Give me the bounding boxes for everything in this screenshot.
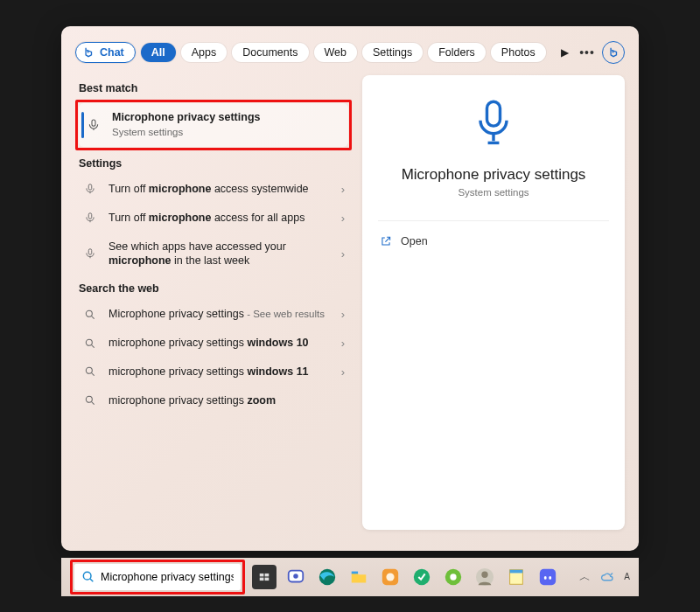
scope-tabs: Chat All Apps Documents Web Settings Fol… (75, 38, 625, 66)
svg-point-6 (86, 368, 92, 374)
result-text: See which apps have accessed your microp… (108, 240, 332, 269)
svg-point-24 (481, 572, 487, 578)
app-icon[interactable] (441, 565, 466, 589)
microphone-icon (378, 98, 609, 150)
language-indicator[interactable]: A (624, 573, 630, 581)
chevron-right-icon: › (341, 247, 345, 261)
svg-rect-27 (540, 569, 556, 585)
svg-point-7 (86, 397, 92, 403)
svg-point-4 (86, 310, 92, 316)
result-text: Microphone privacy settings System setti… (112, 110, 341, 140)
tab-settings[interactable]: Settings (362, 43, 423, 63)
taskbar: ︿ A (61, 558, 639, 596)
svg-point-9 (83, 572, 91, 580)
taskbar-search-input[interactable] (101, 571, 234, 583)
chevron-up-icon[interactable]: ︿ (579, 569, 591, 585)
result-web-2[interactable]: microphone privacy settings windows 11 › (75, 358, 352, 386)
result-web-3[interactable]: microphone privacy settings zoom (75, 386, 352, 415)
search-icon (80, 365, 100, 378)
result-text: microphone privacy settings windows 10 (108, 336, 332, 351)
tab-apps[interactable]: Apps (181, 43, 228, 63)
app-icon[interactable] (410, 565, 434, 589)
taskview-icon[interactable] (252, 565, 276, 589)
explorer-icon[interactable] (346, 565, 371, 589)
svg-point-22 (450, 574, 456, 580)
chat-app-icon[interactable] (284, 565, 308, 589)
discord-icon[interactable] (536, 565, 560, 589)
tab-documents[interactable]: Documents (232, 43, 308, 63)
cloud-icon[interactable] (599, 571, 615, 583)
tab-chat[interactable]: Chat (75, 42, 136, 63)
result-web-0[interactable]: Microphone privacy settings - See web re… (75, 300, 352, 329)
svg-point-15 (293, 574, 298, 579)
open-action[interactable]: Open (378, 230, 609, 253)
bing-icon (81, 45, 95, 59)
notepad-icon[interactable] (504, 565, 528, 589)
result-setting-allapps[interactable]: Turn off microphone access for all apps … (75, 204, 352, 233)
results-column: Best match Microphone privacy settings S… (75, 75, 352, 537)
svg-point-29 (549, 576, 551, 580)
section-search-web: Search the web (79, 282, 348, 295)
preview-subtitle: System settings (378, 187, 609, 198)
microphone-icon (80, 247, 100, 260)
chevron-right-icon: › (341, 212, 345, 225)
avatar-icon[interactable] (472, 565, 497, 589)
taskbar-search[interactable] (74, 564, 241, 590)
svg-point-28 (544, 576, 547, 580)
tab-all[interactable]: All (141, 43, 176, 63)
result-text: Turn off microphone access for all apps (108, 211, 332, 226)
microphone-icon (80, 183, 100, 195)
annotation-best-match: Microphone privacy settings System setti… (75, 100, 352, 150)
svg-rect-3 (88, 249, 92, 254)
selection-bar (81, 112, 84, 138)
result-text: microphone privacy settings windows 11 (108, 365, 332, 379)
divider (378, 220, 609, 221)
system-tray[interactable]: ︿ A (579, 569, 630, 585)
svg-rect-13 (265, 578, 270, 581)
svg-rect-12 (260, 578, 264, 581)
microphone-icon (80, 212, 100, 224)
preview-column: Microphone privacy settings System setti… (362, 75, 625, 537)
tab-photos[interactable]: Photos (491, 43, 546, 63)
svg-rect-8 (487, 101, 500, 126)
svg-point-5 (86, 339, 92, 345)
search-icon (80, 337, 100, 350)
start-search-panel: Chat All Apps Documents Web Settings Fol… (61, 26, 639, 551)
svg-rect-1 (88, 184, 92, 190)
tab-chat-label: Chat (100, 47, 124, 59)
preview-card: Microphone privacy settings System setti… (362, 75, 625, 530)
bing-button[interactable] (602, 41, 625, 64)
play-icon[interactable]: ▶ (556, 46, 572, 59)
chevron-right-icon: › (341, 365, 345, 379)
section-best-match: Best match (79, 82, 348, 94)
result-text: Turn off microphone access systemwide (108, 182, 332, 197)
search-icon (80, 394, 100, 407)
preview-title: Microphone privacy settings (378, 166, 609, 184)
svg-rect-10 (260, 574, 264, 577)
tab-folders[interactable]: Folders (428, 43, 486, 63)
more-icon[interactable]: ••• (578, 45, 597, 59)
svg-rect-0 (92, 120, 95, 126)
result-web-1[interactable]: microphone privacy settings windows 10 › (75, 329, 352, 358)
chevron-right-icon: › (341, 337, 345, 350)
open-icon (380, 235, 392, 247)
search-icon (80, 309, 100, 321)
search-icon (81, 570, 95, 584)
chevron-right-icon: › (341, 183, 345, 196)
svg-point-19 (386, 573, 394, 581)
result-setting-systemwide[interactable]: Turn off microphone access systemwide › (75, 175, 352, 204)
chevron-right-icon: › (341, 308, 345, 321)
microphone-icon (84, 118, 103, 132)
app-icon[interactable] (378, 565, 402, 589)
result-text: microphone privacy settings zoom (108, 393, 345, 408)
svg-rect-17 (352, 572, 358, 574)
open-label: Open (401, 235, 428, 247)
result-best-match[interactable]: Microphone privacy settings System setti… (79, 103, 348, 147)
result-setting-accessed[interactable]: See which apps have accessed your microp… (75, 233, 352, 276)
tab-web[interactable]: Web (314, 43, 357, 63)
edge-icon[interactable] (315, 565, 340, 589)
svg-rect-26 (510, 570, 523, 574)
svg-rect-11 (265, 574, 270, 577)
annotation-searchbox (70, 560, 245, 595)
result-text: Microphone privacy settings - See web re… (108, 307, 332, 322)
